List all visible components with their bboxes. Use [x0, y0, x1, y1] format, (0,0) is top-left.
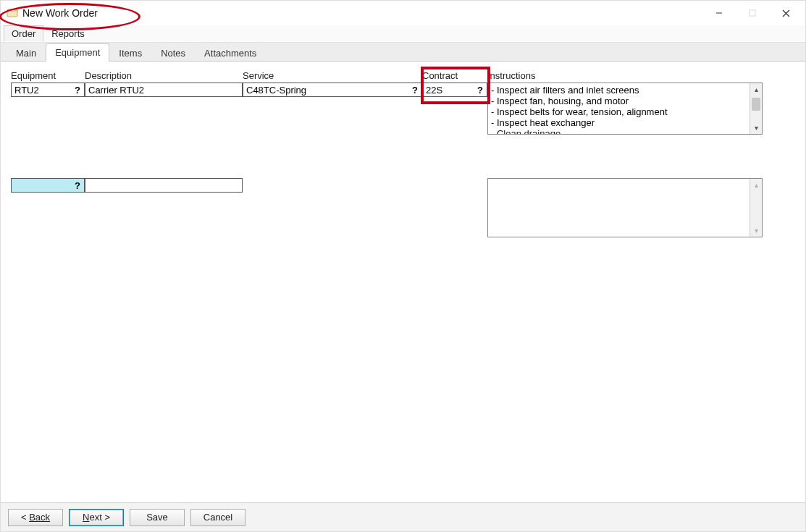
- close-button[interactable]: [769, 2, 802, 24]
- minimize-button[interactable]: [702, 2, 736, 24]
- tab-notes[interactable]: Notes: [151, 44, 195, 62]
- scrollbar[interactable]: ▴ ▾: [750, 179, 762, 237]
- instruction-line: - Inspect fan, housing, and motor: [491, 96, 749, 106]
- menubar: Order Reports: [1, 25, 805, 43]
- cell-instructions-1: - Inspect air filters and inlet screens …: [487, 83, 763, 135]
- description-input-1[interactable]: [85, 83, 243, 97]
- app-icon: [7, 7, 18, 19]
- scroll-thumb[interactable]: [752, 98, 760, 111]
- window-title: New Work Order: [22, 7, 98, 19]
- cell-equipment-2: ?: [11, 178, 85, 237]
- back-label: Back: [29, 512, 50, 523]
- cell-equipment-1: ?: [11, 83, 85, 135]
- lookup-icon[interactable]: ?: [72, 83, 83, 96]
- instruction-line: - Inspect heat exchanger: [491, 117, 749, 128]
- instructions-textarea-1[interactable]: - Inspect air filters and inlet screens …: [487, 83, 763, 135]
- description-input-2[interactable]: [85, 178, 243, 193]
- header-service: Service: [243, 70, 422, 83]
- cell-description-1: [85, 83, 243, 135]
- cell-description-2: [85, 178, 243, 237]
- header-contract: Contract: [422, 70, 487, 83]
- tab-equipment[interactable]: Equipment: [46, 43, 109, 62]
- header-instructions: Instructions: [487, 70, 763, 83]
- cell-contract-1: ?: [422, 83, 487, 135]
- lookup-icon[interactable]: ?: [409, 83, 421, 96]
- scroll-down-icon[interactable]: ▾: [750, 122, 762, 134]
- instruction-line: - Inspect belts for wear, tension, align…: [491, 106, 749, 117]
- cell-contract-2: [422, 178, 487, 237]
- maximize-button[interactable]: [736, 2, 769, 24]
- service-input-1[interactable]: [243, 83, 422, 97]
- menu-reports[interactable]: Reports: [43, 25, 93, 42]
- lookup-icon[interactable]: ?: [72, 179, 83, 192]
- back-button[interactable]: < Back: [8, 509, 63, 526]
- scroll-up-icon[interactable]: ▴: [750, 179, 762, 191]
- tab-main[interactable]: Main: [7, 44, 46, 62]
- save-button[interactable]: Save: [130, 509, 185, 526]
- instruction-line: - Inspect air filters and inlet screens: [491, 85, 749, 96]
- cell-service-1: ?: [243, 83, 422, 135]
- scrollbar[interactable]: ▴ ▾: [750, 83, 762, 134]
- svg-rect-2: [750, 10, 755, 16]
- window: New Work Order Order Reports Main Equipm…: [0, 0, 806, 532]
- content-area: Equipment Description Service Contract I…: [1, 62, 805, 498]
- instruction-line: - Clean drainage: [491, 128, 749, 135]
- tab-items[interactable]: Items: [109, 44, 151, 62]
- lookup-icon[interactable]: ?: [474, 83, 486, 96]
- next-button[interactable]: Next >: [69, 509, 124, 526]
- equipment-row-1: ? ? ? - Inspect air filters and inlet sc…: [11, 83, 795, 135]
- header-description: Description: [85, 70, 243, 83]
- header-equipment: Equipment: [11, 70, 85, 83]
- tabbar: Main Equipment Items Notes Attachments: [1, 43, 805, 62]
- cell-service-2: [243, 178, 422, 237]
- cancel-button[interactable]: Cancel: [190, 509, 245, 526]
- equipment-row-2: ? ▴ ▾: [11, 178, 795, 237]
- instructions-textarea-2[interactable]: ▴ ▾: [487, 178, 763, 237]
- button-bar: < Back Next > Save Cancel: [1, 502, 805, 531]
- equipment-header-row: Equipment Description Service Contract I…: [11, 70, 795, 83]
- scroll-down-icon[interactable]: ▾: [750, 224, 762, 237]
- title-left: New Work Order: [7, 7, 98, 19]
- menu-order[interactable]: Order: [4, 25, 43, 42]
- scroll-up-icon[interactable]: ▴: [750, 83, 762, 96]
- titlebar: New Work Order: [1, 1, 805, 25]
- window-controls: [702, 2, 802, 24]
- cell-instructions-2: ▴ ▾: [487, 178, 763, 237]
- tab-attachments[interactable]: Attachments: [195, 44, 266, 62]
